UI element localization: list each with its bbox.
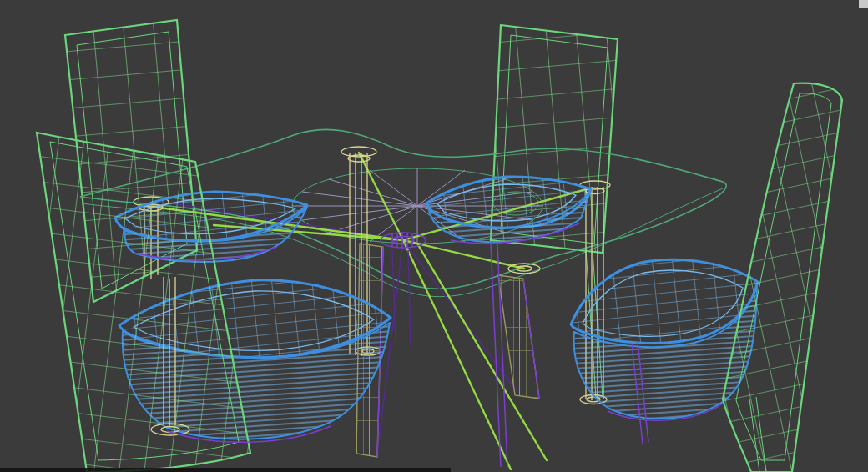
viewport-corner-handle[interactable] — [859, 0, 868, 8]
viewport-bottom-edge — [0, 468, 451, 472]
wireframe-canvas[interactable] — [0, 0, 868, 472]
wireframe-viewport[interactable] — [0, 0, 868, 472]
